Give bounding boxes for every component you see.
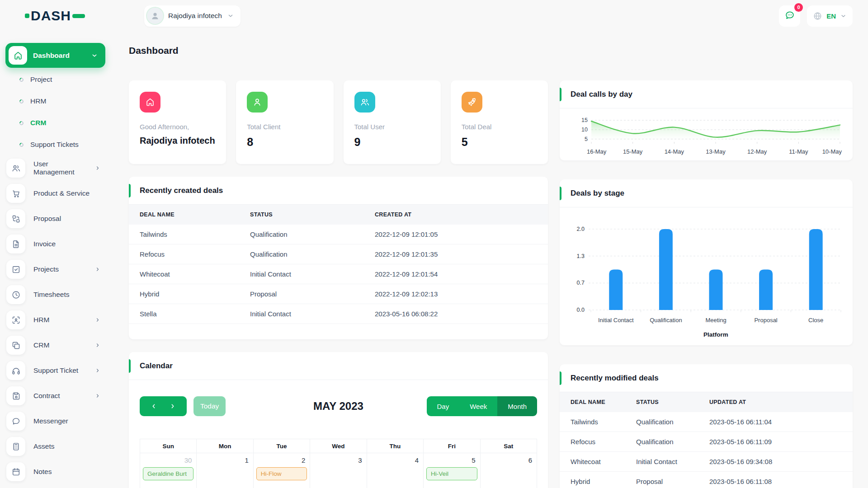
chevron-right-icon [94, 393, 101, 399]
bullet-icon [19, 142, 24, 148]
sidebar-item-project[interactable]: Project [5, 69, 105, 90]
sidebar-item-crm[interactable]: CRM [5, 112, 105, 134]
deal-calls-chart: 1510516-May15-May14-May13-May12-May11-Ma… [560, 108, 853, 160]
table-cell: 2023-05-16 06:08:22 [364, 304, 548, 324]
sidebar-item-support-tickets[interactable]: Support Tickets [5, 134, 105, 155]
stat-card-value: 8 [247, 136, 322, 149]
sidebar-item-label: CRM [33, 341, 86, 349]
logo-text: DASH [31, 8, 71, 23]
sidebar-item-label: Notes [33, 468, 101, 476]
sidebar-item-label: Projects [33, 265, 86, 273]
stat-card-value: Rajodiya infotech [140, 136, 215, 146]
sidebar-item-dashboard[interactable]: Dashboard [5, 43, 105, 68]
chevron-down-icon [227, 12, 234, 19]
sidebar-item-messenger[interactable]: Messenger [5, 408, 105, 434]
sidebar-item-contract[interactable]: Contract [5, 383, 105, 408]
calendar-day-cell[interactable]: 2Hi-Flow [253, 453, 310, 488]
calendar-day-cell[interactable]: 30Geraldine Burt [140, 453, 197, 488]
sidebar-item-label: Assets [33, 442, 101, 450]
svg-text:Meeting: Meeting [705, 317, 726, 324]
chevron-right-icon [94, 342, 101, 348]
table-cell: 2023-05-16 06:11:08 [698, 472, 853, 488]
sidebar-item-hrm[interactable]: HRM [5, 90, 105, 112]
calendar-day-cell[interactable]: 4 [367, 453, 423, 488]
svg-text:Qualification: Qualification [650, 317, 682, 324]
calendar-day-number: 1 [197, 453, 253, 465]
stat-card-label: Total Client [247, 123, 322, 131]
calendar-card: Calendar Today MAY 2023 DayWeekMonth Sun… [129, 352, 548, 488]
calendar-day-number: 3 [310, 453, 366, 465]
table-row: RefocusQualification2023-05-16 06:11:09 [560, 432, 853, 452]
table-row: StellaInitial Contact2023-05-16 06:08:22 [129, 304, 548, 324]
calendar-day-header: Thu [367, 439, 423, 453]
chevron-down-icon [840, 13, 847, 19]
chevron-right-icon [94, 317, 101, 323]
sidebar-item-hrm[interactable]: HRM [5, 307, 105, 333]
logo-dot-icon [25, 14, 29, 18]
calendar-event[interactable]: Hi-Veil [426, 467, 477, 480]
sidebar-item-invoice[interactable]: Invoice [5, 231, 105, 257]
sidebar-dashboard-label: Dashboard [33, 52, 85, 60]
sidebar-item-assets[interactable]: Assets [5, 434, 105, 459]
svg-text:1.3: 1.3 [577, 253, 585, 259]
calendar-view-week[interactable]: Week [459, 396, 497, 416]
svg-text:15: 15 [581, 117, 588, 123]
bar-proposal [759, 270, 773, 310]
main-content: Dashboard Good Afternoon,Rajodiya infote… [111, 32, 868, 488]
language-selector[interactable]: EN [807, 5, 853, 27]
svg-text:15-May: 15-May [623, 148, 643, 155]
calendar-view-month[interactable]: Month [497, 396, 537, 416]
calendar-icon [11, 467, 21, 477]
sidebar-item-label: Proposal [33, 215, 101, 223]
accent-bar [560, 371, 561, 385]
table-cell: Refocus [129, 244, 239, 264]
calendar-view-day[interactable]: Day [427, 396, 460, 416]
logo[interactable]: DASH [25, 8, 105, 23]
calendar-day-header: Fri [424, 439, 480, 453]
company-selector[interactable]: Rajodiya infotech [144, 5, 241, 27]
calendar-today-button[interactable]: Today [193, 396, 226, 416]
sidebar-item-product-service[interactable]: Product & Service [5, 181, 105, 206]
sidebar-item-proposal[interactable]: Proposal [5, 206, 105, 231]
sidebar-item-label: Invoice [33, 240, 101, 248]
recently-modified-deals-card: Recently modified deals DEAL NAMESTATUSU… [560, 364, 853, 488]
calendar-day-cell[interactable]: 5Hi-Veil [424, 453, 480, 488]
bullet-icon [19, 120, 24, 126]
column-header: STATUS [239, 205, 364, 225]
sidebar-item-user-management[interactable]: User Management [5, 155, 105, 181]
calendar-prev-button[interactable] [149, 402, 158, 411]
svg-text:11-May: 11-May [789, 148, 808, 155]
accent-bar [560, 88, 561, 101]
calendar-controls: Today MAY 2023 DayWeekMonth [140, 396, 537, 416]
calendar-day-cell[interactable]: 1 [197, 453, 253, 488]
sidebar-item-projects[interactable]: Projects [5, 257, 105, 282]
table-cell: 2023-05-16 06:11:04 [698, 412, 853, 432]
svg-text:2.0: 2.0 [577, 226, 585, 232]
calendar-next-button[interactable] [168, 402, 177, 411]
page-title: Dashboard [129, 45, 853, 56]
stat-card-value: 5 [462, 136, 537, 149]
chat-button[interactable]: 0 [779, 5, 800, 27]
table-cell: 2022-12-09 12:01:35 [364, 244, 548, 264]
company-name: Rajodiya infotech [168, 12, 222, 20]
table-cell: 2023-05-16 06:11:09 [698, 432, 853, 452]
calendar-event[interactable]: Geraldine Burt [143, 467, 193, 480]
cart-icon [11, 189, 21, 198]
chevron-left-icon [150, 403, 157, 410]
bar-qualification [659, 229, 673, 310]
calendar-view-switcher: DayWeekMonth [427, 396, 537, 416]
calendar-day-cell[interactable]: 6 [480, 453, 537, 488]
table-cell: Stella [129, 304, 239, 324]
sidebar-item-timesheets[interactable]: Timesheets [5, 282, 105, 307]
sidebar-item-support-ticket[interactable]: Support Ticket [5, 358, 105, 383]
sidebar-item-notes[interactable]: Notes [5, 459, 105, 484]
calendar-day-cell[interactable]: 3 [310, 453, 367, 488]
sidebar-item-label: Messenger [33, 417, 101, 425]
sidebar-item-crm[interactable]: CRM [5, 333, 105, 358]
calendar-nav-group [140, 396, 187, 416]
topbar-actions: 0 EN [779, 5, 853, 27]
calendar-event[interactable]: Hi-Flow [256, 467, 307, 480]
bar-chart: 0.00.71.32.0Initial ContactQualification… [571, 214, 843, 343]
calendar-day-header: Sun [140, 439, 197, 453]
deals-by-stage-chart: 0.00.71.32.0Initial ContactQualification… [560, 207, 853, 345]
